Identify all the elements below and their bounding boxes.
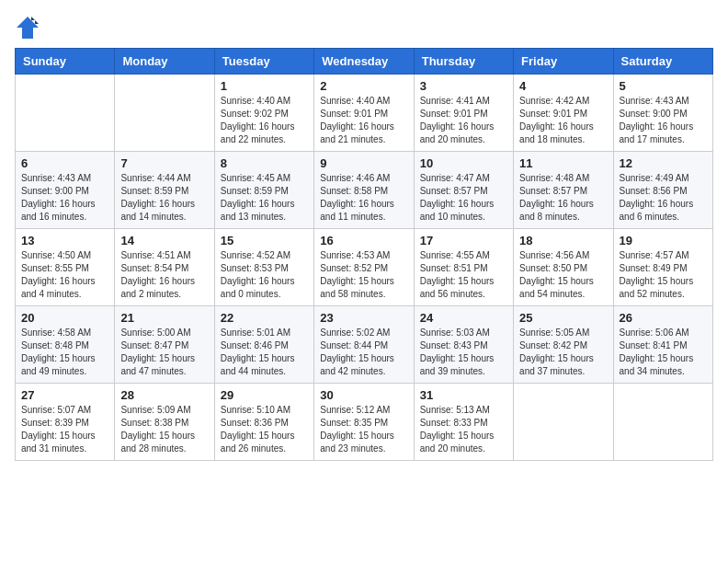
calendar-cell: 23Sunrise: 5:02 AM Sunset: 8:44 PM Dayli…: [314, 306, 414, 384]
calendar-cell: 3Sunrise: 4:41 AM Sunset: 9:01 PM Daylig…: [414, 75, 513, 152]
day-info: Sunrise: 4:51 AM Sunset: 8:54 PM Dayligh…: [120, 249, 208, 301]
day-info: Sunrise: 4:40 AM Sunset: 9:02 PM Dayligh…: [221, 95, 308, 146]
day-info: Sunrise: 4:47 AM Sunset: 8:57 PM Dayligh…: [420, 172, 507, 224]
calendar-cell: 6Sunrise: 4:43 AM Sunset: 9:00 PM Daylig…: [16, 152, 115, 229]
day-number: 24: [420, 311, 507, 325]
day-info: Sunrise: 4:53 AM Sunset: 8:52 PM Dayligh…: [320, 249, 407, 301]
day-info: Sunrise: 4:40 AM Sunset: 9:01 PM Dayligh…: [320, 95, 407, 146]
day-number: 14: [120, 234, 208, 247]
day-number: 30: [320, 388, 407, 402]
week-row-4: 20Sunrise: 4:58 AM Sunset: 8:48 PM Dayli…: [16, 306, 713, 384]
day-number: 13: [21, 234, 108, 247]
day-number: 21: [120, 311, 208, 325]
calendar-cell: 17Sunrise: 4:55 AM Sunset: 8:51 PM Dayli…: [414, 229, 513, 306]
column-header-thursday: Thursday: [414, 49, 513, 75]
calendar-cell: 12Sunrise: 4:49 AM Sunset: 8:56 PM Dayli…: [613, 152, 712, 229]
calendar-cell: 15Sunrise: 4:52 AM Sunset: 8:53 PM Dayli…: [214, 229, 313, 306]
day-number: 18: [519, 234, 607, 247]
day-number: 1: [221, 79, 308, 93]
day-number: 25: [519, 311, 607, 325]
calendar-cell: 4Sunrise: 4:42 AM Sunset: 9:01 PM Daylig…: [514, 75, 613, 152]
day-number: 3: [420, 79, 507, 93]
day-number: 29: [221, 388, 308, 402]
day-info: Sunrise: 5:00 AM Sunset: 8:47 PM Dayligh…: [120, 327, 208, 378]
column-header-tuesday: Tuesday: [214, 49, 313, 75]
week-row-1: 1Sunrise: 4:40 AM Sunset: 9:02 PM Daylig…: [16, 75, 713, 152]
day-number: 26: [620, 311, 707, 325]
day-number: 27: [21, 388, 108, 402]
calendar-cell: 2Sunrise: 4:40 AM Sunset: 9:01 PM Daylig…: [314, 75, 414, 152]
calendar-cell: 30Sunrise: 5:12 AM Sunset: 8:35 PM Dayli…: [314, 384, 414, 461]
calendar-cell: 25Sunrise: 5:05 AM Sunset: 8:42 PM Dayli…: [514, 306, 613, 384]
day-number: 31: [420, 388, 507, 402]
calendar-cell: 22Sunrise: 5:01 AM Sunset: 8:46 PM Dayli…: [214, 306, 313, 384]
day-info: Sunrise: 4:56 AM Sunset: 8:50 PM Dayligh…: [519, 249, 607, 301]
day-number: 6: [21, 156, 108, 170]
calendar-cell: [514, 384, 613, 461]
day-info: Sunrise: 5:10 AM Sunset: 8:36 PM Dayligh…: [221, 404, 308, 455]
day-info: Sunrise: 5:03 AM Sunset: 8:43 PM Dayligh…: [420, 327, 507, 378]
logo: [15, 15, 44, 40]
calendar-cell: 16Sunrise: 4:53 AM Sunset: 8:52 PM Dayli…: [314, 229, 414, 306]
day-number: 7: [120, 156, 208, 170]
calendar-cell: 31Sunrise: 5:13 AM Sunset: 8:33 PM Dayli…: [414, 384, 513, 461]
calendar-cell: 8Sunrise: 4:45 AM Sunset: 8:59 PM Daylig…: [214, 152, 313, 229]
day-number: 20: [21, 311, 108, 325]
column-header-saturday: Saturday: [613, 49, 712, 75]
day-info: Sunrise: 4:45 AM Sunset: 8:59 PM Dayligh…: [221, 172, 308, 224]
calendar-cell: 11Sunrise: 4:48 AM Sunset: 8:57 PM Dayli…: [514, 152, 613, 229]
week-row-3: 13Sunrise: 4:50 AM Sunset: 8:55 PM Dayli…: [16, 229, 713, 306]
day-number: 15: [221, 234, 308, 247]
calendar-cell: 21Sunrise: 5:00 AM Sunset: 8:47 PM Dayli…: [115, 306, 214, 384]
calendar-cell: 20Sunrise: 4:58 AM Sunset: 8:48 PM Dayli…: [16, 306, 115, 384]
day-number: 10: [420, 156, 507, 170]
day-number: 16: [320, 234, 407, 247]
calendar-cell: 24Sunrise: 5:03 AM Sunset: 8:43 PM Dayli…: [414, 306, 513, 384]
calendar-cell: 28Sunrise: 5:09 AM Sunset: 8:38 PM Dayli…: [115, 384, 214, 461]
column-header-sunday: Sunday: [16, 49, 115, 75]
day-number: 28: [120, 388, 208, 402]
day-number: 17: [420, 234, 507, 247]
day-info: Sunrise: 5:05 AM Sunset: 8:42 PM Dayligh…: [519, 327, 607, 378]
day-info: Sunrise: 4:58 AM Sunset: 8:48 PM Dayligh…: [21, 327, 108, 378]
day-number: 5: [620, 79, 707, 93]
calendar-cell: [16, 75, 115, 152]
calendar-cell: 10Sunrise: 4:47 AM Sunset: 8:57 PM Dayli…: [414, 152, 513, 229]
day-number: 23: [320, 311, 407, 325]
day-info: Sunrise: 5:12 AM Sunset: 8:35 PM Dayligh…: [320, 404, 407, 455]
calendar-cell: 13Sunrise: 4:50 AM Sunset: 8:55 PM Dayli…: [16, 229, 115, 306]
day-info: Sunrise: 5:06 AM Sunset: 8:41 PM Dayligh…: [620, 327, 707, 378]
logo-icon: [15, 15, 40, 40]
day-info: Sunrise: 4:55 AM Sunset: 8:51 PM Dayligh…: [420, 249, 507, 301]
day-info: Sunrise: 4:46 AM Sunset: 8:58 PM Dayligh…: [320, 172, 407, 224]
day-info: Sunrise: 4:57 AM Sunset: 8:49 PM Dayligh…: [620, 249, 707, 301]
column-header-monday: Monday: [115, 49, 214, 75]
column-header-wednesday: Wednesday: [314, 49, 414, 75]
day-info: Sunrise: 4:44 AM Sunset: 8:59 PM Dayligh…: [120, 172, 208, 224]
week-row-5: 27Sunrise: 5:07 AM Sunset: 8:39 PM Dayli…: [16, 384, 713, 461]
day-info: Sunrise: 4:48 AM Sunset: 8:57 PM Dayligh…: [519, 172, 607, 224]
day-info: Sunrise: 4:41 AM Sunset: 9:01 PM Dayligh…: [420, 95, 507, 146]
calendar-cell: 29Sunrise: 5:10 AM Sunset: 8:36 PM Dayli…: [214, 384, 313, 461]
day-number: 2: [320, 79, 407, 93]
day-number: 11: [519, 156, 607, 170]
day-info: Sunrise: 4:50 AM Sunset: 8:55 PM Dayligh…: [21, 249, 108, 301]
calendar-cell: 7Sunrise: 4:44 AM Sunset: 8:59 PM Daylig…: [115, 152, 214, 229]
calendar-cell: 14Sunrise: 4:51 AM Sunset: 8:54 PM Dayli…: [115, 229, 214, 306]
day-number: 22: [221, 311, 308, 325]
day-info: Sunrise: 5:07 AM Sunset: 8:39 PM Dayligh…: [21, 404, 108, 455]
day-number: 12: [620, 156, 707, 170]
day-info: Sunrise: 5:02 AM Sunset: 8:44 PM Dayligh…: [320, 327, 407, 378]
calendar-cell: 18Sunrise: 4:56 AM Sunset: 8:50 PM Dayli…: [514, 229, 613, 306]
day-number: 9: [320, 156, 407, 170]
day-info: Sunrise: 4:49 AM Sunset: 8:56 PM Dayligh…: [620, 172, 707, 224]
calendar-cell: 1Sunrise: 4:40 AM Sunset: 9:02 PM Daylig…: [214, 75, 313, 152]
column-header-friday: Friday: [514, 49, 613, 75]
day-info: Sunrise: 4:43 AM Sunset: 9:00 PM Dayligh…: [620, 95, 707, 146]
calendar-cell: [115, 75, 214, 152]
day-number: 19: [620, 234, 707, 247]
day-info: Sunrise: 4:52 AM Sunset: 8:53 PM Dayligh…: [221, 249, 308, 301]
calendar-header-row: SundayMondayTuesdayWednesdayThursdayFrid…: [16, 49, 713, 75]
day-number: 8: [221, 156, 308, 170]
day-number: 4: [519, 79, 607, 93]
